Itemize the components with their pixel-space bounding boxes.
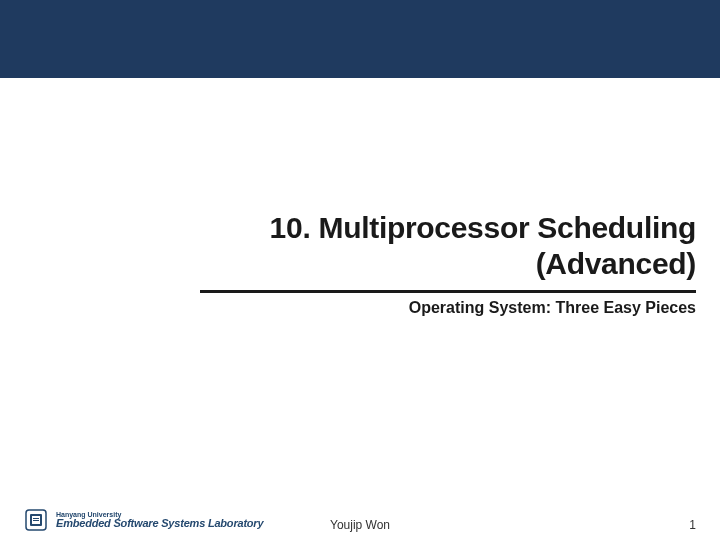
slide: 10. Multiprocessor Scheduling (Advanced)… [0,0,720,540]
slide-title: 10. Multiprocessor Scheduling (Advanced) [200,210,696,282]
content-block: 10. Multiprocessor Scheduling (Advanced)… [0,210,720,317]
footer: Hanyang University Embedded Software Sys… [0,492,720,540]
lab-logo-text: Hanyang University Embedded Software Sys… [56,511,263,530]
lab-logo-icon [24,508,48,532]
svg-rect-4 [33,520,39,521]
svg-rect-3 [33,518,39,519]
footer-author: Youjip Won [330,518,390,532]
lab-logo-block: Hanyang University Embedded Software Sys… [24,508,263,532]
title-line-1: 10. Multiprocessor Scheduling [270,211,696,244]
page-number: 1 [689,518,696,532]
lab-name: Embedded Software Systems Laboratory [56,518,263,530]
title-band [0,0,720,78]
title-line-2: (Advanced) [536,247,696,280]
title-divider [200,290,696,293]
slide-subtitle: Operating System: Three Easy Pieces [200,299,696,317]
